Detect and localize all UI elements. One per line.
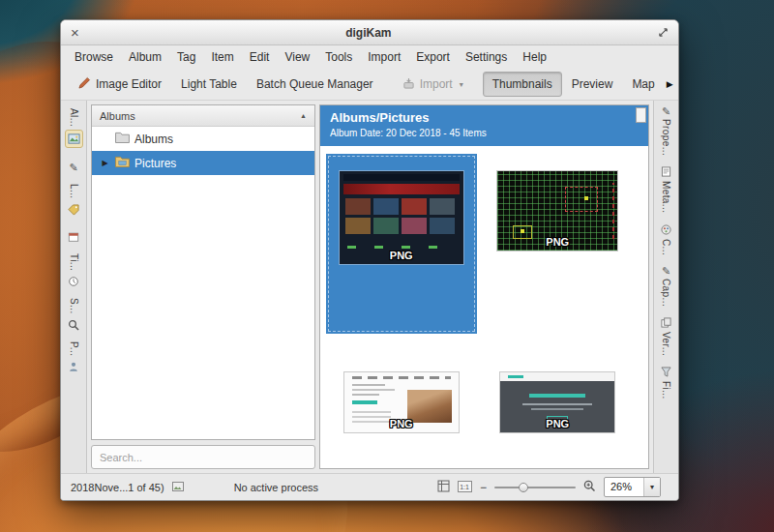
sidebar-tab-people[interactable]: P... — [66, 341, 81, 374]
versions-icon — [661, 317, 671, 330]
sidebar-tab-colors[interactable]: C... — [661, 224, 671, 255]
preview-label: Preview — [572, 77, 613, 91]
zoom-level-combobox[interactable]: 26% ▾ — [604, 477, 661, 497]
tree-column-header[interactable]: Albums ▲ — [92, 105, 314, 127]
sidebar-tab-captions[interactable]: ✎ Cap... — [661, 266, 671, 307]
menu-tools[interactable]: Tools — [317, 47, 360, 67]
thumb-art — [352, 400, 377, 404]
filter-funnel-icon — [661, 367, 671, 379]
thumb-art — [352, 384, 385, 386]
search-input[interactable] — [100, 452, 307, 463]
right-sidebar-tabs: ✎ Prope... Meta... C... ✎ Cap... — [653, 101, 678, 473]
menu-help[interactable]: Help — [515, 47, 554, 67]
thumb-art — [347, 246, 456, 249]
toolbar-overflow-arrow[interactable]: ▶ — [665, 75, 675, 93]
sidebar-tab-versions[interactable]: Ver... — [661, 317, 671, 356]
maximize-icon[interactable] — [658, 24, 669, 42]
titlebar[interactable]: × digiKam — [61, 20, 678, 45]
tree-header-label: Albums — [100, 110, 135, 122]
menu-import[interactable]: Import — [360, 47, 408, 67]
menubar: Browse Album Tag Item Edit View Tools Im… — [61, 45, 678, 69]
window-title: digiKam — [79, 26, 658, 40]
clock-icon — [66, 274, 81, 289]
sidebar-tab-albums[interactable]: Al... — [65, 108, 83, 148]
preview-toggle[interactable]: Preview — [562, 72, 623, 97]
zoom-in-icon[interactable] — [583, 480, 596, 494]
thumbnail-item-3[interactable]: PNG — [326, 340, 477, 468]
format-badge: PNG — [390, 250, 413, 261]
sidebar-tab-labels[interactable]: L... — [66, 184, 81, 218]
slider-track — [494, 487, 576, 488]
combobox-dropdown-icon[interactable]: ▾ — [643, 478, 660, 496]
thumb-art — [352, 389, 395, 391]
format-badge: PNG — [546, 236, 569, 248]
colors-icon — [661, 224, 671, 237]
sidebar-tab-metadata[interactable]: Meta... — [661, 166, 671, 213]
menu-settings[interactable]: Settings — [458, 47, 515, 67]
thumbnail-item-4[interactable]: PNG — [483, 340, 634, 468]
search-tab-label: S... — [69, 298, 79, 314]
album-banner-subtitle: Album Date: 20 Dec 2018 - 45 Items — [330, 128, 639, 138]
zoom-slider[interactable] — [494, 481, 576, 494]
import-button[interactable]: Import ▾ — [393, 72, 473, 98]
sidebar-tab-timeline[interactable]: Ti... — [66, 253, 81, 289]
thumb-art — [565, 187, 598, 212]
labels-tab-label: L... — [69, 184, 79, 199]
menu-browse[interactable]: Browse — [67, 47, 121, 67]
timeline-tab-label: Ti... — [69, 253, 79, 271]
svg-text:1:1: 1:1 — [460, 483, 469, 489]
slider-handle[interactable] — [519, 483, 528, 492]
sidebar-tab-filters[interactable]: Fi... — [661, 367, 671, 399]
menu-edit[interactable]: Edit — [242, 47, 278, 67]
thumb-art — [345, 198, 458, 234]
format-badge: PNG — [546, 418, 569, 429]
tree-row-albums-root[interactable]: Albums — [92, 127, 314, 151]
fit-to-window-icon[interactable] — [437, 480, 450, 494]
map-toggle[interactable]: Map — [622, 72, 664, 97]
zoom-out-icon[interactable]: − — [480, 481, 487, 494]
light-table-button[interactable]: Light Table — [171, 72, 247, 97]
scrollbar[interactable] — [636, 107, 646, 466]
chevron-down-icon: ▾ — [460, 80, 463, 89]
sidebar-tab-dates[interactable] — [66, 226, 81, 245]
sidebar-tab-search[interactable]: S... — [66, 298, 81, 333]
zoom-100-icon[interactable]: 1:1 — [458, 481, 472, 494]
menu-tag[interactable]: Tag — [169, 47, 203, 67]
close-icon[interactable]: × — [71, 25, 79, 40]
thumb-art — [521, 229, 524, 233]
scrollbar-thumb[interactable] — [636, 107, 646, 123]
toolbar: Image Editor Light Table Batch Queue Man… — [61, 69, 678, 101]
menu-album[interactable]: Album — [121, 47, 169, 67]
sidebar-tab-tags[interactable]: ✎ — [66, 157, 81, 175]
menu-view[interactable]: View — [277, 47, 317, 67]
thumbnails-toggle[interactable]: Thumbnails — [483, 72, 562, 97]
album-banner: Albums/Pictures Album Date: 20 Dec 2018 … — [320, 105, 648, 146]
album-search-box[interactable] — [91, 445, 315, 469]
album-banner-title: Albums/Pictures — [330, 110, 639, 125]
expand-arrow-icon[interactable]: ▶ — [100, 159, 110, 167]
menu-export[interactable]: Export — [408, 47, 458, 67]
batch-queue-manager-button[interactable]: Batch Queue Manager — [247, 72, 383, 97]
menu-item[interactable]: Item — [203, 47, 241, 67]
tree-row-pictures[interactable]: ▶ Pictures — [92, 151, 314, 175]
albums-panel: Albums ▲ Albums ▶ Pictures — [87, 101, 319, 473]
thumbnail-item-1[interactable]: PNG — [326, 154, 477, 334]
sidebar-tab-properties[interactable]: ✎ Prope... — [661, 106, 671, 156]
thumb-art — [584, 196, 588, 200]
thumb-art — [522, 403, 592, 405]
people-tab-label: P... — [69, 341, 79, 356]
process-status-text: No active process — [234, 482, 318, 493]
main-area: Al... ✎ L... Ti — [61, 101, 678, 473]
thumb-art — [352, 410, 391, 423]
light-table-label: Light Table — [181, 77, 237, 91]
thumbnail-item-2[interactable]: PNG — [483, 154, 634, 334]
thumb-art — [529, 394, 585, 398]
search-icon — [66, 317, 81, 333]
digikam-window: × digiKam Browse Album Tag Item Edit Vie… — [60, 19, 679, 501]
image-editor-button[interactable]: Image Editor — [69, 71, 171, 98]
icon-view: Albums/Pictures Album Date: 20 Dec 2018 … — [319, 104, 649, 469]
albums-tab-label: Al... — [69, 108, 79, 127]
label-tag-icon — [66, 202, 81, 218]
calendar-icon — [66, 229, 81, 245]
map-label: Map — [632, 77, 654, 91]
